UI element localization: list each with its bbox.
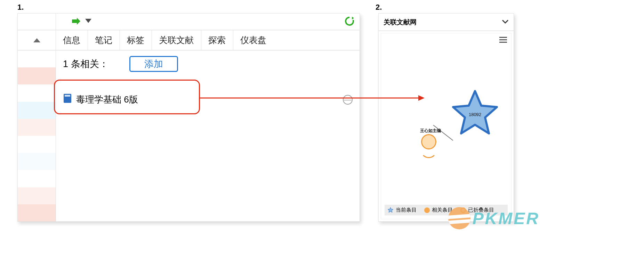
legend-related-text: 相关条目 [432,207,453,213]
graph-legend: 当前条目 相关条目 已折叠条目 [385,205,508,215]
left-row [18,67,56,84]
tab-tags[interactable]: 标签 [120,30,152,50]
tab-notes[interactable]: 笔记 [88,30,120,50]
legend-star-icon [387,207,394,213]
legend-current: 当前条目 [387,207,417,213]
left-row [18,136,56,153]
book-icon [63,93,72,106]
left-row [18,170,56,187]
legend-current-text: 当前条目 [396,207,417,213]
legend-related-dot-icon [424,207,430,213]
graph-panel-title: 关联文献网 [384,18,417,27]
tab-info[interactable]: 信息 [56,30,88,50]
graph-related-node-label: 王心如主编 [420,128,441,134]
left-row [18,187,56,204]
tab-explore[interactable]: 探索 [201,30,233,50]
legend-collapsed: 已折叠条目 [460,207,494,213]
panel1-toolbar [56,14,360,30]
panel1-tabs: 信息 笔记 标签 关联文献 探索 仪表盘 [56,30,360,50]
related-count-text: 1 条相关： [63,58,108,70]
left-row [18,204,56,221]
left-row [18,119,56,136]
graph-panel-header: 关联文献网 [379,14,514,31]
related-item-title: 毒理学基础 6版 [76,93,138,106]
refresh-icon[interactable] [344,16,355,28]
dropdown-icon[interactable] [85,19,91,25]
graph-current-node[interactable]: 18092 [451,89,499,138]
left-row [18,102,56,119]
related-literature-panel: 信息 笔记 标签 关联文献 探索 仪表盘 1 条相关： 添加 毒理学基础 6版 [17,13,360,222]
literature-graph-panel: 关联文献网 18092 王心如主编 [378,13,514,222]
graph-current-node-label: 18092 [469,112,481,117]
related-summary-line: 1 条相关： 添加 [63,56,354,72]
forward-icon[interactable] [71,17,81,26]
add-related-button[interactable]: 添加 [129,56,178,72]
left-row [18,84,56,101]
left-gutter-header [18,30,56,50]
left-gutter-rows [18,50,56,221]
graph-collapsed-node-arc [420,141,437,158]
step-1-label: 1. [17,3,24,12]
tab-related[interactable]: 关联文献 [152,30,201,50]
collapse-up-icon[interactable] [33,38,40,42]
left-row [18,50,56,67]
left-row [18,153,56,170]
graph-canvas[interactable]: 18092 王心如主编 当前条目 相关条目 已折叠条目 [381,33,512,219]
legend-related: 相关条目 [424,207,453,213]
graph-area: 18092 王心如主编 [381,33,511,219]
remove-related-icon[interactable] [343,95,353,105]
left-gutter-top [18,14,56,30]
related-item-row[interactable]: 毒理学基础 6版 [63,93,353,106]
step-2-label: 2. [376,3,382,12]
svg-rect-1 [65,95,70,97]
chevron-down-icon[interactable] [502,18,509,26]
panel1-content: 1 条相关： 添加 毒理学基础 6版 [56,50,360,221]
panel1-left-gutter [18,14,56,221]
legend-collapsed-text: 已折叠条目 [468,207,494,213]
tab-dashboard[interactable]: 仪表盘 [233,30,274,50]
legend-collapsed-ring-icon [460,207,466,213]
